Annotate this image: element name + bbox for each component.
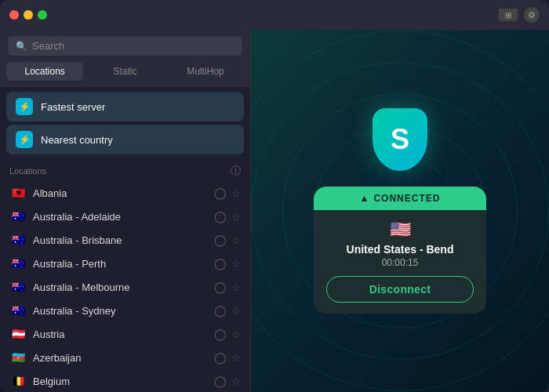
search-wrapper: 🔍 [8, 36, 242, 56]
signal-icon[interactable]: ◯ [214, 234, 227, 246]
location-actions: ◯ ☆ [214, 328, 241, 340]
flag-au-perth: 🇦🇺 [9, 257, 27, 270]
app-logo: S [373, 108, 427, 171]
star-icon[interactable]: ☆ [231, 281, 241, 293]
location-actions: ◯ ☆ [214, 257, 241, 270]
settings-icon[interactable]: ⚙ [524, 7, 540, 23]
tab-static[interactable]: Static [86, 62, 163, 81]
location-name: Australia - Melbourne [33, 281, 208, 293]
connected-header: ▲ CONNECTED [314, 187, 486, 210]
signal-icon[interactable]: ◯ [214, 210, 227, 223]
fastest-server-icon: ⚡ [16, 98, 33, 115]
location-actions: ◯ ☆ [214, 210, 241, 223]
fastest-server-label: Fastest server [41, 101, 105, 113]
signal-icon[interactable]: ◯ [214, 375, 227, 387]
list-item[interactable]: 🇦🇺 Australia - Melbourne ◯ ☆ [3, 275, 247, 299]
list-item[interactable]: 🇦🇺 Australia - Sydney ◯ ☆ [3, 299, 247, 322]
signal-icon[interactable]: ◯ [214, 281, 227, 293]
location-name: Australia - Adelaide [33, 211, 208, 223]
list-item[interactable]: 🇦🇱 Albania ◯ ☆ [3, 181, 247, 205]
locations-label: Locations [9, 166, 46, 176]
search-bar: 🔍 [0, 30, 250, 62]
list-item[interactable]: 🇦🇺 Australia - Brisbane ◯ ☆ [3, 228, 247, 252]
signal-icon[interactable]: ◯ [214, 351, 227, 364]
connected-flag: 🇺🇸 [326, 220, 474, 240]
maximize-button[interactable] [38, 10, 47, 20]
main-content: 🔍 Locations Static MultiHop ⚡ Fastest se… [0, 30, 549, 392]
flag-albania: 🇦🇱 [9, 187, 27, 199]
flag-au-sydney: 🇦🇺 [9, 304, 27, 317]
signal-icon[interactable]: ◯ [214, 304, 227, 317]
location-actions: ◯ ☆ [214, 281, 241, 293]
star-icon[interactable]: ☆ [231, 305, 241, 317]
location-actions: ◯ ☆ [214, 375, 241, 387]
location-actions: ◯ ☆ [214, 187, 241, 199]
logo-area: S [373, 108, 427, 171]
locations-header: Locations ⓘ [0, 159, 250, 181]
connected-panel: ▲ CONNECTED 🇺🇸 United States - Bend 00:0… [314, 187, 486, 314]
list-item[interactable]: 🇧🇪 Belgium ◯ ☆ [3, 369, 247, 392]
disconnect-button[interactable]: Disconnect [326, 276, 474, 303]
window-icon[interactable]: ⊞ [499, 9, 518, 21]
sidebar: 🔍 Locations Static MultiHop ⚡ Fastest se… [0, 30, 251, 392]
signal-icon[interactable]: ◯ [214, 257, 227, 270]
connected-body: 🇺🇸 United States - Bend 00:00:15 Disconn… [314, 210, 486, 314]
location-actions: ◯ ☆ [214, 304, 241, 317]
location-actions: ◯ ☆ [214, 351, 241, 364]
flag-belgium: 🇧🇪 [9, 375, 27, 387]
tab-bar: Locations Static MultiHop [0, 62, 250, 87]
star-icon[interactable]: ☆ [231, 376, 241, 387]
location-actions: ◯ ☆ [214, 234, 241, 246]
window-controls [9, 10, 47, 20]
nearest-country-button[interactable]: ⚡ Nearest country [6, 125, 244, 154]
tab-multihop[interactable]: MultiHop [167, 62, 244, 81]
connected-status-label: CONNECTED [373, 193, 440, 204]
location-list[interactable]: 🇦🇱 Albania ◯ ☆ 🇦🇺 Australia - Adelaide ◯… [0, 181, 250, 392]
list-item[interactable]: 🇦🇺 Australia - Adelaide ◯ ☆ [3, 205, 247, 228]
right-panel: S ▲ CONNECTED 🇺🇸 United States - Bend 00… [251, 30, 549, 392]
search-input[interactable] [32, 40, 235, 52]
star-icon[interactable]: ☆ [231, 352, 241, 364]
flag-austria: 🇦🇹 [9, 328, 27, 340]
flag-au-melbourne: 🇦🇺 [9, 281, 27, 293]
location-name: Albania [33, 187, 208, 199]
location-name: Australia - Brisbane [33, 234, 208, 246]
chevron-up-icon: ▲ [360, 193, 369, 204]
location-name: Belgium [33, 376, 208, 387]
star-icon[interactable]: ☆ [231, 328, 241, 340]
fastest-server-button[interactable]: ⚡ Fastest server [6, 92, 244, 122]
list-item[interactable]: 🇦🇿 Azerbaijan ◯ ☆ [3, 346, 247, 369]
star-icon[interactable]: ☆ [231, 187, 241, 199]
list-item[interactable]: 🇦🇺 Australia - Perth ◯ ☆ [3, 252, 247, 275]
location-name: Australia - Perth [33, 258, 208, 270]
star-icon[interactable]: ☆ [231, 211, 241, 223]
flag-azerbaijan: 🇦🇿 [9, 351, 27, 364]
info-icon[interactable]: ⓘ [231, 164, 241, 178]
location-name: Azerbaijan [33, 352, 208, 364]
location-name: Australia - Sydney [33, 305, 208, 317]
close-button[interactable] [9, 10, 19, 20]
title-bar-right: ⊞ ⚙ [499, 7, 540, 23]
minimize-button[interactable] [24, 10, 33, 20]
flag-au-brisbane: 🇦🇺 [9, 234, 27, 246]
quick-options: ⚡ Fastest server ⚡ Nearest country [0, 87, 250, 159]
app-window: ⊞ ⚙ 🔍 Locations Static MultiHop [0, 0, 549, 392]
nearest-country-label: Nearest country [41, 134, 113, 146]
title-bar: ⊞ ⚙ [0, 0, 549, 30]
tab-locations[interactable]: Locations [6, 62, 83, 81]
connected-timer: 00:00:15 [326, 257, 474, 268]
search-icon: 🔍 [16, 41, 27, 52]
flag-au-adelaide: 🇦🇺 [9, 210, 27, 223]
connected-location: United States - Bend [326, 243, 474, 256]
star-icon[interactable]: ☆ [231, 258, 241, 270]
nearest-country-icon: ⚡ [16, 131, 33, 148]
location-name: Austria [33, 328, 208, 340]
list-item[interactable]: 🇦🇹 Austria ◯ ☆ [3, 322, 247, 346]
star-icon[interactable]: ☆ [231, 234, 241, 246]
signal-icon[interactable]: ◯ [214, 187, 227, 199]
signal-icon[interactable]: ◯ [214, 328, 227, 340]
